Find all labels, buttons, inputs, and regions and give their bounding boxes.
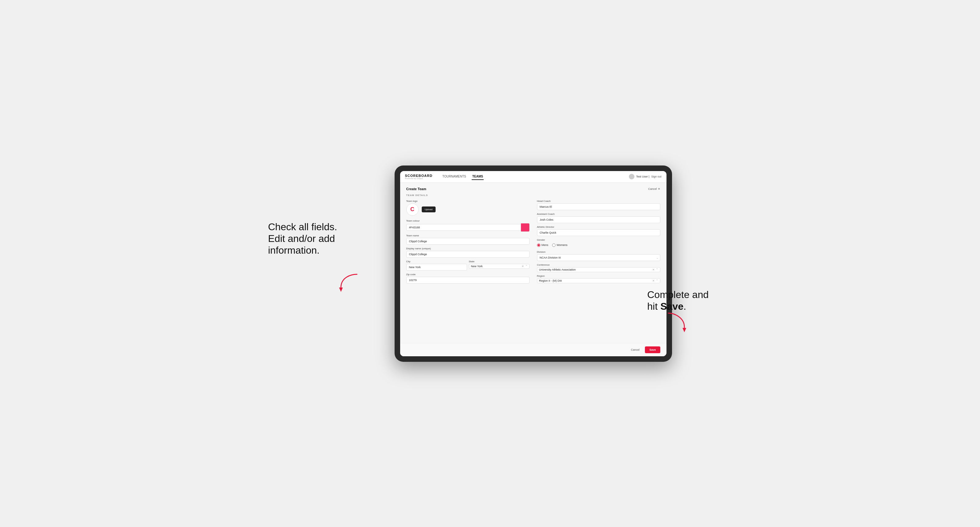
form-right-column: Head Coach Assistant Coach Athletic Dire… bbox=[537, 200, 660, 284]
division-group: Division NCAA Division III bbox=[537, 251, 660, 261]
region-value: Region II - (M) DIII bbox=[539, 279, 651, 282]
avatar bbox=[629, 174, 635, 179]
city-state-row: City State New York ✕ ⌃ bbox=[406, 260, 530, 271]
city-label: City bbox=[406, 260, 467, 263]
head-coach-group: Head Coach bbox=[537, 200, 660, 210]
user-label: Test User | bbox=[636, 175, 649, 178]
state-clear-icon[interactable]: ✕ bbox=[522, 265, 524, 268]
content-area: Create Team Cancel ✕ TEAM DETAILS Team l… bbox=[400, 183, 667, 343]
division-select-wrap: NCAA Division III bbox=[537, 254, 660, 261]
conference-arrow-icon: ⌃ bbox=[656, 268, 658, 271]
footer-bar: Cancel Save bbox=[400, 343, 667, 356]
assistant-coach-group: Assistant Coach bbox=[537, 213, 660, 223]
head-coach-input[interactable] bbox=[537, 203, 660, 210]
brand-sub: Powered by clippd bbox=[405, 178, 433, 179]
state-select[interactable]: New York ✕ ⌃ bbox=[469, 264, 530, 269]
display-name-input[interactable] bbox=[406, 251, 530, 258]
head-coach-label: Head Coach bbox=[537, 200, 660, 203]
colour-swatch[interactable] bbox=[521, 223, 530, 232]
nav-links: TOURNAMENTS TEAMS bbox=[442, 173, 623, 180]
section-header: TEAM DETAILS bbox=[406, 194, 660, 197]
conference-value: University Athletic Association bbox=[539, 268, 651, 271]
team-name-group: Team name bbox=[406, 234, 530, 245]
nav-tournaments[interactable]: TOURNAMENTS bbox=[442, 173, 467, 180]
conference-clear-icon[interactable]: ✕ bbox=[652, 268, 655, 271]
tablet-device: SCOREBOARD Powered by clippd TOURNAMENTS… bbox=[395, 165, 672, 362]
team-colour-label: Team colour bbox=[406, 219, 530, 222]
page-header: Create Team Cancel ✕ bbox=[406, 187, 660, 191]
gender-mens-text: Mens bbox=[542, 243, 549, 246]
region-label: Region bbox=[537, 275, 660, 277]
state-value: New York bbox=[471, 265, 520, 268]
team-name-input[interactable] bbox=[406, 238, 530, 245]
zip-group: Zip code bbox=[406, 273, 530, 284]
assistant-coach-label: Assistant Coach bbox=[537, 213, 660, 216]
arrow-right-icon bbox=[665, 310, 690, 335]
state-group: State New York ✕ ⌃ bbox=[469, 260, 530, 271]
athletic-director-input[interactable] bbox=[537, 229, 660, 236]
save-button[interactable]: Save bbox=[645, 346, 660, 353]
state-label: State bbox=[469, 260, 530, 263]
gender-mens-radio[interactable] bbox=[537, 243, 540, 247]
signout-link[interactable]: Sign out bbox=[651, 175, 661, 178]
page-title: Create Team bbox=[406, 187, 426, 191]
athletic-director-label: Athletic Director bbox=[537, 225, 660, 229]
gender-womens-text: Womens bbox=[557, 243, 568, 246]
assistant-coach-input[interactable] bbox=[537, 216, 660, 223]
athletic-director-group: Athletic Director bbox=[537, 225, 660, 236]
team-logo-area: C Upload bbox=[406, 203, 530, 216]
form-grid: Team logo C Upload Team colour bbox=[406, 200, 660, 284]
logo-circle: C bbox=[406, 203, 418, 216]
gender-options: Mens Womens bbox=[537, 242, 660, 248]
colour-text-input[interactable] bbox=[406, 224, 521, 231]
cancel-footer-button[interactable]: Cancel bbox=[628, 347, 643, 353]
tablet-screen: SCOREBOARD Powered by clippd TOURNAMENTS… bbox=[400, 171, 667, 356]
gender-womens-radio[interactable] bbox=[552, 243, 555, 247]
gender-label: Gender bbox=[537, 238, 660, 241]
conference-label: Conference bbox=[537, 264, 660, 266]
zip-label: Zip code bbox=[406, 273, 530, 276]
region-arrow-icon: ⌃ bbox=[656, 279, 658, 282]
team-name-label: Team name bbox=[406, 234, 530, 237]
navbar: SCOREBOARD Powered by clippd TOURNAMENTS… bbox=[400, 171, 667, 183]
nav-right: Test User | Sign out bbox=[629, 174, 662, 179]
state-arrow-icon: ⌃ bbox=[525, 265, 527, 268]
cancel-header-button[interactable]: Cancel ✕ bbox=[648, 187, 660, 190]
form-left-column: Team logo C Upload Team colour bbox=[406, 200, 530, 284]
city-input[interactable] bbox=[406, 264, 467, 271]
gender-womens-label[interactable]: Womens bbox=[552, 243, 568, 247]
svg-marker-1 bbox=[682, 328, 686, 332]
conference-select[interactable]: University Athletic Association ✕ ⌃ bbox=[537, 267, 660, 272]
region-clear-icon[interactable]: ✕ bbox=[652, 279, 655, 282]
upload-button[interactable]: Upload bbox=[422, 206, 436, 212]
region-select[interactable]: Region II - (M) DIII ✕ ⌃ bbox=[537, 278, 660, 283]
team-colour-group: Team colour bbox=[406, 219, 530, 232]
city-group: City bbox=[406, 260, 467, 271]
display-name-label: Display name (unique) bbox=[406, 247, 530, 250]
gender-mens-label[interactable]: Mens bbox=[537, 243, 549, 247]
brand-title: SCOREBOARD bbox=[405, 174, 433, 178]
team-logo-group: Team logo C Upload bbox=[406, 200, 530, 217]
conference-group: Conference University Athletic Associati… bbox=[537, 264, 660, 272]
arrow-left-icon bbox=[336, 270, 360, 294]
display-name-group: Display name (unique) bbox=[406, 247, 530, 258]
instruction-left: Check all fields. Edit and/or add inform… bbox=[268, 221, 348, 256]
nav-teams[interactable]: TEAMS bbox=[472, 173, 484, 180]
brand-logo: SCOREBOARD Powered by clippd bbox=[405, 174, 433, 179]
region-group: Region Region II - (M) DIII ✕ ⌃ bbox=[537, 275, 660, 283]
colour-input-row bbox=[406, 223, 530, 232]
zip-input[interactable] bbox=[406, 277, 530, 284]
team-logo-label: Team logo bbox=[406, 200, 530, 203]
gender-group: Gender Mens Womens bbox=[537, 238, 660, 248]
svg-marker-0 bbox=[339, 287, 343, 292]
division-select[interactable]: NCAA Division III bbox=[537, 254, 660, 261]
division-label: Division bbox=[537, 251, 660, 253]
instruction-right: Complete and hit Save. bbox=[648, 289, 715, 313]
